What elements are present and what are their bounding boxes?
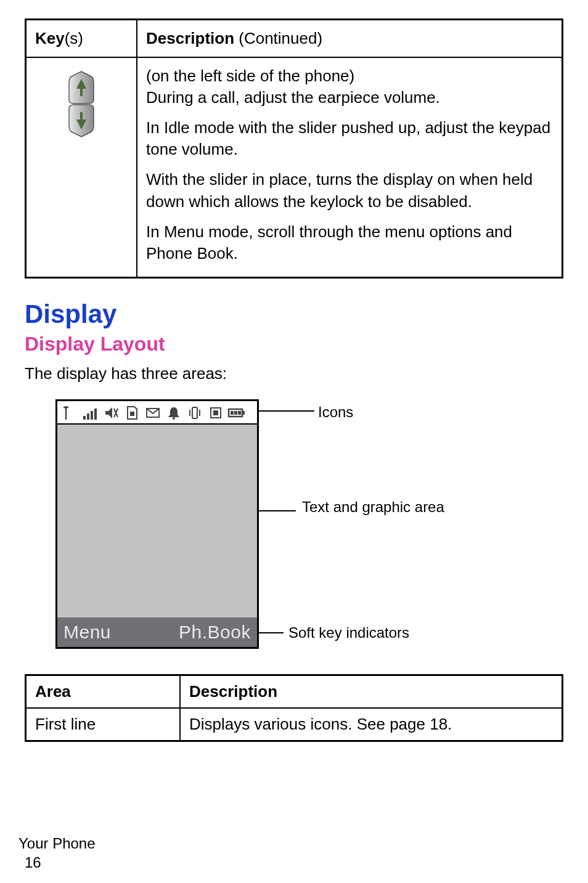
area-description-header: Description — [180, 675, 563, 708]
desc-p1-line1: (on the left side of the phone) — [146, 67, 354, 85]
page-footer: Your Phone 16 — [18, 834, 96, 872]
vibrate-icon — [186, 404, 204, 422]
antenna-icon — [60, 404, 78, 422]
key-header-strong: Key — [35, 29, 65, 47]
svg-rect-4 — [94, 409, 97, 420]
svg-rect-2 — [87, 413, 89, 420]
footer-page: 16 — [25, 853, 96, 872]
desc-p1-line2: During a call, adjust the earpiece volum… — [146, 88, 440, 107]
svg-point-7 — [173, 417, 175, 420]
softkey-right: Ph.Book — [179, 622, 251, 643]
svg-rect-12 — [243, 411, 245, 415]
display-heading: Display — [25, 299, 563, 329]
display-layout-heading: Display Layout — [25, 333, 563, 356]
svg-rect-1 — [83, 416, 86, 420]
svg-rect-13 — [231, 411, 234, 415]
callout-icons-label: Icons — [318, 403, 353, 421]
svg-rect-5 — [130, 412, 134, 416]
memory-icon — [206, 404, 225, 422]
signal-bars-icon — [81, 404, 99, 422]
footer-section: Your Phone — [18, 834, 96, 853]
desc-p2: In Idle mode with the slider pushed up, … — [146, 117, 553, 160]
svg-rect-10 — [213, 410, 218, 415]
bell-icon — [165, 404, 183, 422]
envelope-icon — [144, 404, 162, 422]
sim-icon — [123, 404, 141, 422]
area-header: Area — [26, 675, 181, 708]
svg-rect-8 — [192, 407, 197, 418]
description-header-cell: Description (Continued) — [137, 20, 563, 58]
softkey-left: Menu — [63, 622, 111, 643]
svg-rect-14 — [234, 411, 237, 415]
area-row1-area: First line — [26, 708, 181, 741]
key-header-cell: Key(s) — [26, 20, 137, 58]
key-icon-cell — [26, 57, 137, 277]
desc-p3: With the slider in place, turns the disp… — [146, 169, 553, 212]
softkey-bar: Menu Ph.Book — [57, 617, 257, 647]
callout-line-softkey — [259, 632, 284, 633]
desc-p4: In Menu mode, scroll through the menu op… — [146, 221, 553, 264]
key-description-cell: (on the left side of the phone) During a… — [137, 57, 563, 277]
callout-line-icons — [259, 410, 314, 412]
area-row1-desc: Displays various icons. See page 18. — [180, 708, 563, 741]
svg-point-0 — [65, 406, 67, 409]
volume-key-icon — [67, 70, 96, 138]
callout-line-text — [259, 510, 296, 511]
mute-icon — [102, 404, 120, 422]
display-diagram: Menu Ph.Book Icons Text and graphic area… — [55, 399, 524, 652]
svg-rect-15 — [238, 411, 241, 415]
phone-screen-frame: Menu Ph.Book — [55, 399, 259, 649]
callout-text-label: Text and graphic area — [302, 498, 462, 516]
status-icons-row — [57, 401, 257, 425]
lead-text: The display has three areas: — [25, 364, 563, 383]
svg-rect-3 — [91, 411, 93, 420]
description-header-strong: Description — [146, 29, 239, 47]
key-header-plain: (s) — [65, 29, 83, 47]
description-header-plain: (Continued) — [239, 29, 322, 47]
callout-softkey-label: Soft key indicators — [288, 624, 409, 642]
area-description-table: Area Description First line Displays var… — [25, 674, 563, 742]
key-description-table: Key(s) Description (Continued) — [25, 18, 563, 279]
battery-icon — [227, 404, 246, 422]
